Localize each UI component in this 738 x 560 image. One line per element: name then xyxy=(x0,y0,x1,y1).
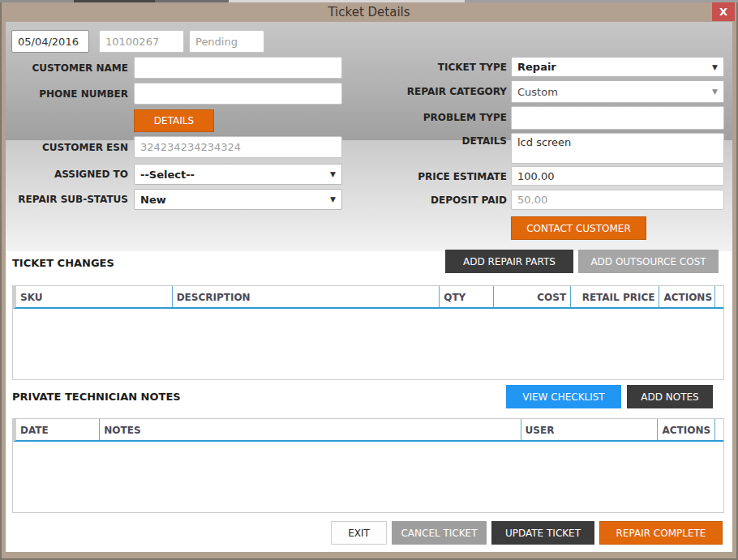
dialog-title: Ticket Details xyxy=(6,2,732,22)
ticket-type-label: TICKET TYPE xyxy=(346,62,507,73)
add-outsource-cost-button[interactable]: ADD OUTSOURCE COST xyxy=(578,250,719,273)
technician-notes-title: PRIVATE TECHNICIAN NOTES xyxy=(12,391,181,403)
deposit-paid-label: DEPOSIT PAID xyxy=(346,195,507,206)
column-header-retail-price: RETAIL PRICE xyxy=(571,286,659,307)
ticket-type-select[interactable]: Repair ▼ xyxy=(511,57,724,77)
scrollbar-spacer xyxy=(715,286,723,307)
price-estimate-input[interactable] xyxy=(511,166,724,186)
chevron-down-icon: ▼ xyxy=(330,195,336,203)
technician-notes-table: DATE NOTES USER ACTIONS xyxy=(12,418,724,513)
view-checklist-button[interactable]: VIEW CHECKLIST xyxy=(506,385,621,408)
column-header-actions: ACTIONS xyxy=(658,419,715,440)
ticket-details-dialog: Ticket Details X CUSTOMER NAME PHONE NUM… xyxy=(0,2,738,560)
ticket-changes-table: SKU DESCRIPTION QTY COST RETAIL PRICE AC… xyxy=(12,285,724,380)
details-button[interactable]: DETAILS xyxy=(134,109,214,132)
details-label: DETAILS xyxy=(346,135,507,147)
repair-category-select[interactable]: Custom ▼ xyxy=(511,80,724,103)
contact-customer-button[interactable]: CONTACT CUSTOMER xyxy=(511,216,646,240)
chevron-down-icon: ▼ xyxy=(712,63,718,71)
ticket-date-field[interactable] xyxy=(11,30,89,53)
customer-esn-label: CUSTOMER ESN xyxy=(6,142,128,153)
column-header-actions: ACTIONS xyxy=(659,286,715,307)
customer-name-label: CUSTOMER NAME xyxy=(6,62,128,74)
cancel-ticket-button[interactable]: CANCEL TICKET xyxy=(392,521,487,545)
price-estimate-label: PRICE ESTIMATE xyxy=(346,171,507,182)
ticket-number-field[interactable] xyxy=(99,30,184,53)
dialog-content: CUSTOMER NAME PHONE NUMBER DETAILS CUSTO… xyxy=(6,22,732,552)
add-notes-button[interactable]: ADD NOTES xyxy=(627,385,713,408)
repair-category-label: REPAIR CATEGORY xyxy=(346,86,507,97)
column-header-user: USER xyxy=(521,419,659,440)
column-header-description: DESCRIPTION xyxy=(173,286,440,307)
repair-sub-status-label: REPAIR SUB-STATUS xyxy=(6,194,128,205)
ticket-changes-table-body xyxy=(13,309,723,379)
phone-number-label: PHONE NUMBER xyxy=(6,88,128,100)
assigned-to-select[interactable]: --Select-- ▼ xyxy=(134,164,342,185)
repair-sub-status-value: New xyxy=(140,194,330,206)
ticket-changes-title: TICKET CHANGES xyxy=(12,257,114,269)
technician-notes-table-body xyxy=(13,442,723,512)
column-header-sku: SKU xyxy=(16,286,173,307)
assigned-to-label: ASSIGNED TO xyxy=(6,169,128,180)
column-header-cost: COST xyxy=(494,286,571,307)
assigned-to-value: --Select-- xyxy=(140,169,330,181)
ticket-status-field[interactable] xyxy=(189,30,264,53)
column-header-notes: NOTES xyxy=(100,419,521,440)
problem-type-label: PROBLEM TYPE xyxy=(346,112,507,123)
column-header-qty: QTY xyxy=(440,286,494,307)
repair-sub-status-select[interactable]: New ▼ xyxy=(134,189,342,210)
technician-notes-table-header: DATE NOTES USER ACTIONS xyxy=(13,419,723,442)
customer-esn-input[interactable] xyxy=(134,136,342,158)
chevron-down-icon: ▼ xyxy=(712,88,718,96)
phone-number-input[interactable] xyxy=(134,83,342,105)
ticket-changes-table-header: SKU DESCRIPTION QTY COST RETAIL PRICE AC… xyxy=(13,286,723,309)
exit-button[interactable]: EXIT xyxy=(331,521,387,545)
problem-type-input[interactable] xyxy=(511,106,724,130)
ticket-type-value: Repair xyxy=(517,61,712,73)
dialog-title-bar[interactable]: Ticket Details X xyxy=(6,2,732,22)
close-icon[interactable]: X xyxy=(712,2,735,21)
repair-category-value: Custom xyxy=(517,86,712,98)
repair-complete-button[interactable]: REPAIR COMPLETE xyxy=(599,521,723,545)
customer-name-input[interactable] xyxy=(134,57,342,79)
details-textarea[interactable]: lcd screen xyxy=(511,133,724,164)
deposit-paid-input[interactable] xyxy=(511,190,724,210)
scrollbar-spacer xyxy=(715,419,723,440)
chevron-down-icon: ▼ xyxy=(330,170,336,178)
column-header-date: DATE xyxy=(16,419,100,440)
update-ticket-button[interactable]: UPDATE TICKET xyxy=(491,521,594,545)
add-repair-parts-button[interactable]: ADD REPAIR PARTS xyxy=(445,250,573,273)
